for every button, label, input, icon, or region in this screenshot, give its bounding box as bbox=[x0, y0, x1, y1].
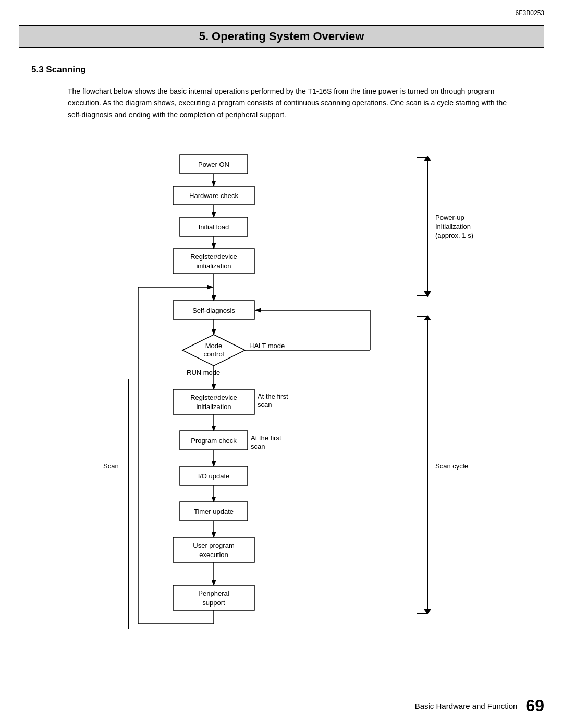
page-title: 5. Operating System Overview bbox=[19, 30, 544, 43]
scan-cycle-label: Scan cycle bbox=[435, 462, 468, 470]
hw-check-label: Hardware check bbox=[189, 192, 238, 200]
at-first-scan1-label1: At the first bbox=[258, 392, 288, 400]
run-mode-label: RUN mode bbox=[187, 368, 220, 376]
footer-label: Basic Hardware and Function bbox=[415, 701, 518, 710]
scan-label: Scan bbox=[103, 462, 119, 470]
reg-init2-label1: Register/device bbox=[190, 393, 237, 401]
mode-ctrl-label1: Mode bbox=[205, 342, 223, 350]
self-diag-label: Self-diagnosis bbox=[192, 306, 235, 314]
at-first-scan1-label2: scan bbox=[258, 401, 272, 409]
flowchart-area: text { font-family: Arial, Helvetica, sa… bbox=[47, 139, 516, 639]
reg-init1-label2: initialization bbox=[196, 262, 231, 270]
io-update-label: I/O update bbox=[198, 472, 230, 480]
flowchart-svg: text { font-family: Arial, Helvetica, sa… bbox=[47, 139, 516, 639]
user-prog-label2: execution bbox=[199, 551, 228, 559]
init-load-label: Initial load bbox=[199, 223, 229, 231]
mode-ctrl-label2: control bbox=[203, 350, 224, 358]
at-first-scan2-label1: At the first bbox=[251, 434, 282, 442]
power-on-label: Power ON bbox=[198, 161, 229, 168]
prog-check-label: Program check bbox=[191, 437, 237, 445]
svg-marker-6 bbox=[424, 156, 431, 161]
scan-border bbox=[128, 379, 129, 629]
periph-support-label2: support bbox=[202, 599, 225, 607]
at-first-scan2-label2: scan bbox=[251, 442, 265, 450]
svg-marker-7 bbox=[424, 291, 431, 297]
footer-page: 69 bbox=[525, 696, 544, 715]
powerup-label: Power-up bbox=[435, 214, 464, 221]
reg-init2-label2: initialization bbox=[196, 403, 231, 411]
title-bar: 5. Operating System Overview bbox=[19, 25, 544, 48]
reg-init1-label1: Register/device bbox=[190, 253, 237, 261]
periph-support-label1: Peripheral bbox=[198, 589, 229, 597]
timer-update-label: Timer update bbox=[194, 508, 234, 515]
powerup-label3: (approx. 1 s) bbox=[435, 231, 473, 239]
halt-mode-label: HALT mode bbox=[249, 342, 285, 350]
section-heading: 5.3 Scanning bbox=[31, 65, 532, 75]
user-prog-label1: User program bbox=[193, 541, 234, 549]
footer: Basic Hardware and Function 69 bbox=[0, 696, 563, 715]
powerup-label2: Initialization bbox=[435, 223, 471, 230]
body-text: The flowchart below shows the basic inte… bbox=[68, 85, 511, 120]
doc-number: 6F3B0253 bbox=[516, 9, 544, 17]
